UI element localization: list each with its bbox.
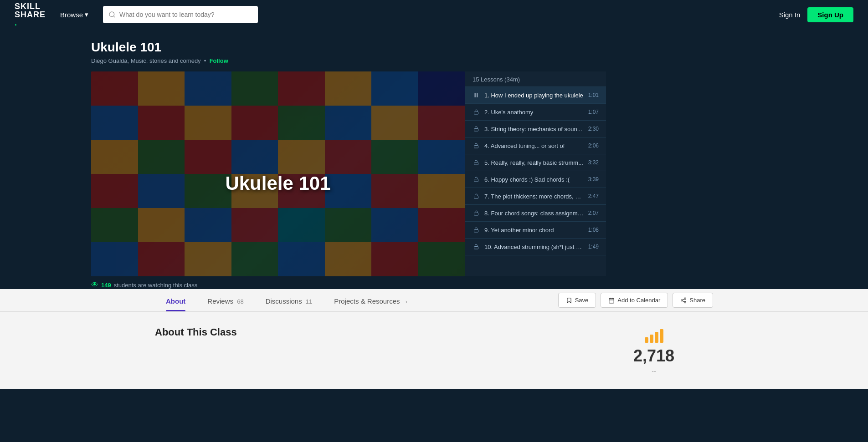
svg-rect-2 bbox=[475, 93, 476, 97]
follow-link[interactable]: Follow bbox=[210, 57, 228, 64]
lesson-text: 3. String theory: mechanics of soun... bbox=[484, 126, 584, 132]
add-to-calendar-button[interactable]: Add to Calendar bbox=[601, 293, 668, 308]
browse-button[interactable]: Browse ▾ bbox=[56, 10, 92, 19]
about-section: About This Class 2,718 -- bbox=[0, 312, 868, 389]
lesson-item[interactable]: 9. Yet another minor chord1:08 bbox=[465, 222, 606, 239]
lesson-item[interactable]: 10. Advanced strumming (sh*t just got...… bbox=[465, 239, 606, 255]
sign-in-button[interactable]: Sign In bbox=[779, 11, 801, 19]
svg-rect-4 bbox=[474, 112, 478, 115]
watching-text: students are watching this class bbox=[114, 282, 198, 289]
lesson-text: 2. Uke's anathomy bbox=[484, 109, 584, 116]
search-input[interactable] bbox=[119, 11, 252, 18]
reviews-badge: 68 bbox=[237, 298, 243, 305]
about-title: About This Class bbox=[155, 326, 558, 338]
lesson-panel: 15 Lessons (34m) 1. How I ended up playi… bbox=[465, 71, 606, 276]
share-icon bbox=[680, 297, 687, 304]
stat-dash: -- bbox=[652, 367, 656, 375]
svg-rect-13 bbox=[609, 298, 614, 303]
about-stats: 2,718 -- bbox=[595, 326, 713, 375]
lesson-text: 8. Four chord songs: class assignmen... bbox=[484, 210, 584, 217]
lesson-text: 10. Advanced strumming (sh*t just got... bbox=[484, 244, 584, 250]
lesson-item[interactable]: 8. Four chord songs: class assignmen...2… bbox=[465, 205, 606, 222]
lesson-time: 2:06 bbox=[588, 142, 599, 149]
logo-line2: SHARE. bbox=[15, 10, 46, 27]
bar-1 bbox=[645, 337, 648, 343]
lesson-time: 1:08 bbox=[588, 227, 599, 233]
lesson-item[interactable]: 1. How I ended up playing the ukulele1:0… bbox=[465, 87, 606, 104]
svg-point-19 bbox=[684, 301, 686, 303]
svg-point-0 bbox=[109, 12, 114, 17]
video-thumbnail: Ukulele 101 bbox=[91, 71, 465, 276]
header: SKILL SHARE. Browse ▾ Sign In Sign Up bbox=[0, 0, 868, 29]
lesson-text: 5. Really, really, really basic strumm..… bbox=[484, 159, 584, 166]
discussions-badge: 11 bbox=[306, 298, 312, 305]
class-title: Ukulele 101 bbox=[91, 40, 777, 55]
search-icon bbox=[108, 11, 116, 18]
svg-line-21 bbox=[683, 299, 684, 300]
svg-rect-12 bbox=[474, 247, 478, 249]
search-bar bbox=[103, 6, 258, 23]
tab-actions: Save Add to Calendar Share bbox=[558, 293, 713, 308]
tabs-section: About Reviews 68 Discussions 11 Projects… bbox=[0, 289, 868, 389]
sign-up-button[interactable]: Sign Up bbox=[807, 7, 853, 22]
svg-rect-9 bbox=[474, 196, 478, 199]
svg-rect-10 bbox=[474, 213, 478, 216]
main-content: Ukulele 101 Diego Gualda, Music, stories… bbox=[0, 29, 868, 289]
lesson-item[interactable]: 5. Really, really, really basic strumm..… bbox=[465, 154, 606, 171]
class-author: Diego Gualda, Music, stories and comedy … bbox=[91, 57, 777, 64]
save-button[interactable]: Save bbox=[558, 293, 596, 308]
lesson-text: 6. Happy chords :) Sad chords :( bbox=[484, 176, 584, 183]
lock-icon bbox=[473, 226, 480, 234]
tab-about[interactable]: About bbox=[155, 289, 196, 311]
header-actions: Sign In Sign Up bbox=[779, 7, 853, 22]
lesson-item[interactable]: 3. String theory: mechanics of soun...2:… bbox=[465, 121, 606, 137]
svg-point-18 bbox=[681, 300, 683, 301]
lock-icon bbox=[473, 193, 480, 200]
svg-rect-3 bbox=[477, 93, 478, 97]
svg-rect-6 bbox=[474, 146, 478, 148]
lesson-item[interactable]: 6. Happy chords :) Sad chords :(3:39 bbox=[465, 171, 606, 188]
watching-count: 149 bbox=[101, 282, 111, 289]
lock-icon bbox=[473, 108, 480, 116]
lesson-text: 7. The plot thickens: more chords, m... bbox=[484, 193, 584, 200]
tab-projects[interactable]: Projects & Resources › bbox=[323, 289, 418, 311]
bar-4 bbox=[660, 329, 663, 343]
lesson-time: 3:39 bbox=[588, 176, 599, 183]
lock-icon bbox=[473, 243, 480, 250]
about-left: About This Class bbox=[155, 326, 558, 375]
lesson-time: 3:32 bbox=[588, 159, 599, 166]
video-player[interactable]: Ukulele 101 bbox=[91, 71, 465, 276]
calendar-icon bbox=[608, 297, 615, 304]
video-lesson-row: Ukulele 101 15 Lessons (34m) 1. How I en… bbox=[91, 71, 777, 276]
pause-icon bbox=[473, 91, 480, 99]
svg-line-20 bbox=[683, 300, 684, 301]
svg-rect-5 bbox=[474, 129, 478, 132]
stat-number: 2,718 bbox=[633, 346, 674, 366]
lock-icon bbox=[473, 125, 480, 132]
lesson-item[interactable]: 4. Advanced tuning... or sort of2:06 bbox=[465, 137, 606, 154]
share-button[interactable]: Share bbox=[673, 293, 713, 308]
chevron-down-icon: ▾ bbox=[85, 10, 88, 19]
lesson-time: 2:47 bbox=[588, 193, 599, 199]
lesson-time: 1:49 bbox=[588, 244, 599, 250]
lesson-time: 2:07 bbox=[588, 210, 599, 216]
svg-line-1 bbox=[113, 16, 115, 17]
lock-icon bbox=[473, 142, 480, 149]
svg-rect-11 bbox=[474, 230, 478, 233]
bar-2 bbox=[650, 335, 653, 343]
bar-3 bbox=[655, 332, 658, 343]
lesson-time: 1:01 bbox=[588, 92, 599, 98]
svg-point-17 bbox=[684, 298, 686, 300]
svg-rect-7 bbox=[474, 163, 478, 165]
tab-discussions[interactable]: Discussions 11 bbox=[255, 289, 324, 311]
lesson-item[interactable]: 2. Uke's anathomy1:07 bbox=[465, 104, 606, 121]
lesson-time: 1:07 bbox=[588, 109, 599, 115]
tab-reviews[interactable]: Reviews 68 bbox=[196, 289, 254, 311]
lock-icon bbox=[473, 176, 480, 183]
logo[interactable]: SKILL SHARE. bbox=[15, 2, 46, 27]
lesson-panel-header: 15 Lessons (34m) bbox=[465, 71, 606, 87]
stat-bars bbox=[645, 326, 663, 343]
eye-icon: 👁 bbox=[91, 281, 98, 289]
lesson-text: 9. Yet another minor chord bbox=[484, 227, 584, 234]
lesson-item[interactable]: 7. The plot thickens: more chords, m...2… bbox=[465, 188, 606, 205]
